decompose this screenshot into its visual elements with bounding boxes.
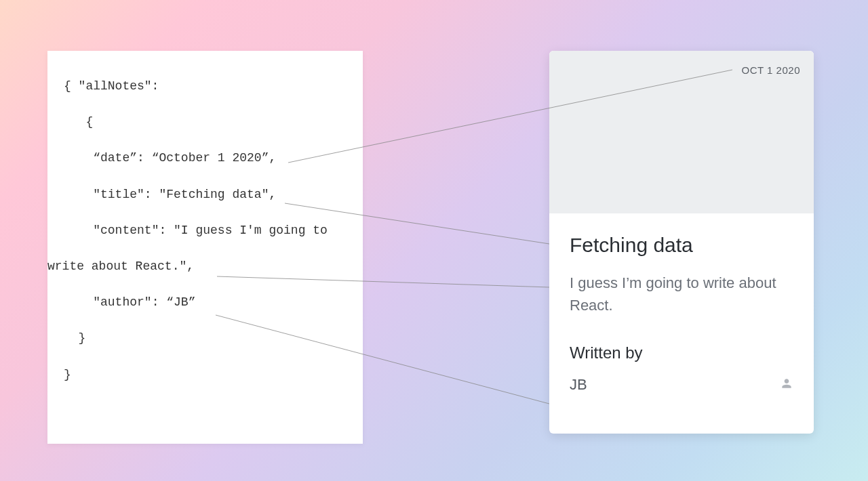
code-line-brace-close: } [64, 330, 347, 347]
card-body: Fetching data I guess I’m going to write… [549, 213, 814, 434]
person-icon [780, 377, 793, 393]
code-line-content-a: "content": "I guess I'm going to [64, 222, 347, 239]
card-author-row: JB [570, 376, 793, 394]
code-line-author: "author": “JB” [64, 294, 347, 311]
note-card: OCT 1 2020 Fetching data I guess I’m goi… [549, 51, 814, 434]
code-panel: { "allNotes": { “date”: “October 1 2020”… [47, 51, 363, 444]
code-line-content-b: write about React.", [47, 258, 347, 275]
code-line-close: } [64, 367, 347, 383]
card-date: OCT 1 2020 [742, 64, 800, 76]
card-author: JB [570, 376, 587, 394]
code-line-brace-open: { [64, 114, 347, 131]
card-written-by-label: Written by [570, 343, 793, 362]
card-content: I guess I’m going to write about React. [570, 272, 793, 316]
card-header: OCT 1 2020 [549, 51, 814, 213]
code-line-date: “date”: “October 1 2020”, [64, 150, 347, 167]
code-line-open: { "allNotes": [64, 78, 347, 95]
card-title: Fetching data [570, 234, 793, 257]
code-line-title: "title": "Fetching data", [64, 186, 347, 203]
